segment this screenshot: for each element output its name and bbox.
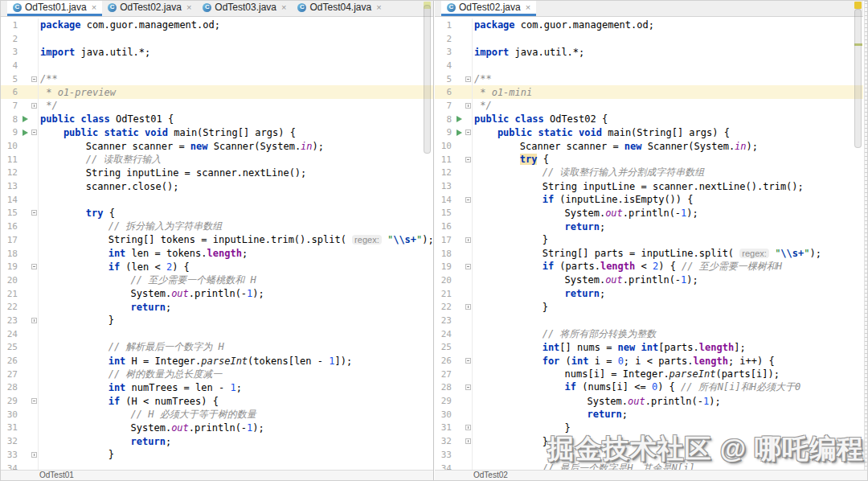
fold-collapse-icon[interactable]	[31, 264, 37, 269]
close-tab-icon[interactable]: ×	[186, 3, 191, 12]
code-line[interactable]: 1package com.guor.management.od;	[435, 18, 863, 32]
code-line[interactable]: 19if (len < 2) {	[1, 260, 433, 273]
code-editor-left[interactable]: 1package com.guor.management.od;23import…	[1, 17, 433, 470]
fold-collapse-icon[interactable]	[465, 197, 471, 203]
code-line[interactable]: 22return;	[1, 300, 433, 314]
code-line[interactable]: 31System.out.println(-1);	[1, 421, 433, 435]
fold-end-icon[interactable]	[31, 318, 37, 323]
file-status-indicator[interactable]	[854, 2, 862, 9]
code-line[interactable]: 29System.out.println(-1);	[435, 394, 863, 408]
code-line[interactable]: 6 * o1-mini	[435, 85, 863, 99]
code-line[interactable]: 2	[435, 32, 863, 46]
code-line[interactable]: 23}	[1, 314, 433, 327]
fold-collapse-icon[interactable]	[465, 358, 471, 364]
tab-OdTest02.java[interactable]: COdTest02.java×	[441, 1, 536, 16]
code-line[interactable]: 15try {	[1, 207, 433, 220]
fold-end-icon[interactable]	[465, 103, 471, 109]
code-line[interactable]: 21System.out.println(-1);	[1, 287, 433, 301]
fold-end-icon[interactable]	[465, 237, 471, 243]
code-line[interactable]: 16// 拆分输入为字符串数组	[1, 220, 433, 233]
code-line[interactable]: 4	[435, 59, 863, 72]
fold-collapse-icon[interactable]	[465, 157, 471, 162]
vertical-scrollbar[interactable]	[424, 5, 431, 154]
code-line[interactable]: 12String inputLine = scanner.nextLine();	[1, 166, 433, 180]
code-line[interactable]: 1package com.guor.management.od;	[1, 18, 433, 32]
code-line[interactable]: 24	[1, 327, 433, 341]
code-line[interactable]: 4	[1, 59, 433, 72]
code-line[interactable]: 26int H = Integer.parseInt(tokens[len - …	[1, 354, 433, 368]
code-line[interactable]: 10Scanner scanner = new Scanner(System.i…	[435, 139, 863, 153]
close-tab-icon[interactable]: ×	[376, 3, 381, 12]
run-icon[interactable]	[23, 130, 28, 136]
code-line[interactable]: 34// 最后一个数字是H，其余是N[i]	[435, 462, 863, 470]
fold-collapse-icon[interactable]	[31, 398, 37, 404]
code-line[interactable]: 24// 将所有部分转换为整数	[435, 327, 863, 341]
run-icon[interactable]	[457, 130, 462, 136]
code-line[interactable]: 25int[] nums = new int[parts.length];	[435, 341, 863, 355]
code-line[interactable]: 12// 读取整行输入并分割成字符串数组	[435, 166, 863, 180]
code-line[interactable]: 28int numTrees = len - 1;	[1, 381, 433, 395]
code-line[interactable]: 3import java.util.*;	[435, 45, 863, 59]
fold-end-icon[interactable]	[31, 103, 37, 109]
code-line[interactable]: 32}	[435, 434, 863, 448]
fold-collapse-icon[interactable]	[465, 76, 471, 82]
code-line[interactable]: 27nums[i] = Integer.parseInt(parts[i]);	[435, 368, 863, 381]
code-line[interactable]: 33}	[1, 448, 433, 462]
code-line[interactable]: 32return;	[1, 434, 433, 448]
code-line[interactable]: 9public static void main(String[] args) …	[435, 126, 863, 140]
code-line[interactable]: 7 */	[435, 99, 863, 113]
fold-collapse-icon[interactable]	[465, 264, 471, 269]
code-line[interactable]: 26for (int i = 0; i < parts.length; i++)…	[435, 354, 863, 368]
code-line[interactable]: 20// 至少需要一个蟠桃数和 H	[1, 273, 433, 287]
close-tab-icon[interactable]: ×	[92, 3, 96, 12]
breadcrumb-item[interactable]: OdTest02	[473, 471, 508, 479]
run-icon[interactable]	[457, 116, 462, 122]
fold-collapse-icon[interactable]	[31, 76, 37, 82]
code-editor-right[interactable]: 1package com.guor.management.od;23import…	[435, 17, 863, 470]
code-line[interactable]: 28if (nums[i] <= 0) { // 所有N[i]和H必须大于0	[435, 381, 863, 395]
code-line[interactable]: 15System.out.println(-1);	[435, 207, 863, 220]
code-line[interactable]: 30return;	[435, 408, 863, 421]
tab-OdTest04.java[interactable]: COdTest04.java×	[292, 1, 387, 16]
tab-OdTest02.java[interactable]: COdTest02.java×	[102, 1, 197, 16]
fold-collapse-icon[interactable]	[465, 130, 471, 135]
code-line[interactable]: 30// H 必须大于等于树的数量	[1, 408, 433, 421]
fold-collapse-icon[interactable]	[31, 210, 37, 216]
code-line[interactable]: 31}	[435, 421, 863, 435]
code-line[interactable]: 9public static void main(String[] args) …	[1, 126, 433, 140]
code-line[interactable]: 16return;	[435, 220, 863, 233]
fold-end-icon[interactable]	[465, 304, 471, 310]
vertical-scrollbar[interactable]	[854, 9, 862, 148]
code-line[interactable]: 23	[435, 314, 863, 327]
close-tab-icon[interactable]: ×	[281, 3, 286, 12]
code-line[interactable]: 6 * o1-preview	[1, 85, 433, 99]
code-line[interactable]: 5/**	[435, 72, 863, 86]
code-line[interactable]: 3import java.util.*;	[1, 45, 433, 59]
code-line[interactable]: 14	[1, 193, 433, 207]
fold-collapse-icon[interactable]	[31, 130, 37, 135]
code-line[interactable]: 13scanner.close();	[1, 179, 433, 193]
code-line[interactable]: 11try {	[435, 153, 863, 166]
code-line[interactable]: 20System.out.println(-1);	[435, 273, 863, 287]
fold-end-icon[interactable]	[465, 438, 471, 444]
code-line[interactable]: 17}	[435, 233, 863, 247]
code-line[interactable]: 27// 树的数量为总长度减一	[1, 368, 433, 381]
code-line[interactable]: 29if (H < numTrees) {	[1, 394, 433, 408]
code-line[interactable]: 7 */	[1, 99, 433, 113]
code-line[interactable]: 8public class OdTest02 {	[435, 113, 863, 126]
fold-end-icon[interactable]	[31, 452, 37, 458]
close-tab-icon[interactable]: ×	[526, 3, 530, 12]
code-line[interactable]: 33	[435, 448, 863, 462]
code-line[interactable]: 18String[] parts = inputLine.split( rege…	[435, 247, 863, 261]
code-line[interactable]: 8public class OdTest01 {	[1, 113, 433, 126]
code-line[interactable]: 25// 解析最后一个数字为 H	[1, 341, 433, 355]
code-line[interactable]: 17String[] tokens = inputLine.trim().spl…	[1, 233, 433, 247]
code-line[interactable]: 14if (inputLine.isEmpty()) {	[435, 193, 863, 207]
tab-OdTest01.java[interactable]: COdTest01.java×	[7, 1, 102, 16]
code-line[interactable]: 10Scanner scanner = new Scanner(System.i…	[1, 139, 433, 153]
fold-end-icon[interactable]	[465, 425, 471, 430]
fold-collapse-icon[interactable]	[465, 384, 471, 390]
code-line[interactable]: 19if (parts.length < 2) { // 至少需要一棵树和H	[435, 260, 863, 273]
code-line[interactable]: 13String inputLine = scanner.nextLine().…	[435, 179, 863, 193]
code-line[interactable]: 22}	[435, 300, 863, 314]
